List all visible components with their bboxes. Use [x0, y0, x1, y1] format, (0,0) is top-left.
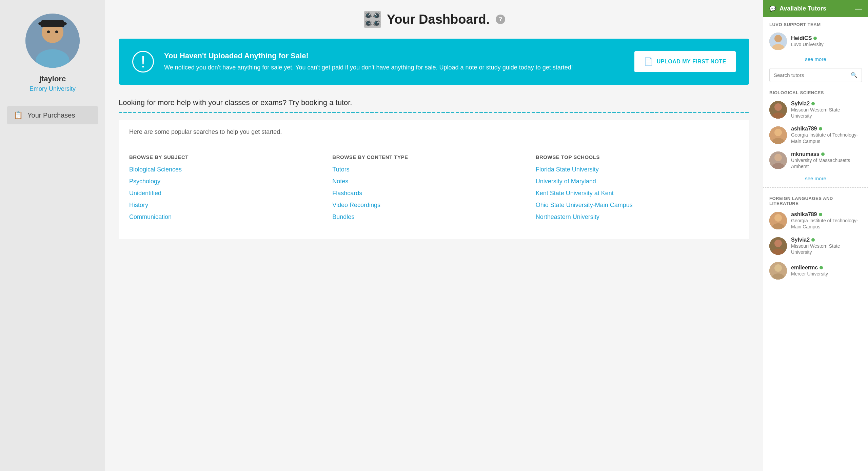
upload-button[interactable]: 📄 UPLOAD MY FIRST NOTE — [634, 51, 736, 72]
see-more-bio[interactable]: see more — [763, 173, 868, 184]
online-indicator — [813, 37, 817, 40]
chat-icon: 💬 — [769, 5, 776, 12]
svg-point-26 — [774, 264, 782, 272]
sidebar-item-purchases[interactable]: 📋 Your Purchases — [7, 106, 98, 124]
bio-section-title: BIOLOGICAL SCIENCES — [763, 85, 868, 97]
tutor-item[interactable]: Sylvia2 Missouri Western State Universit… — [763, 233, 868, 259]
browse-grid: BROWSE BY SUBJECT Biological Sciences Ps… — [119, 144, 749, 239]
tutor-item[interactable]: emileermc Mercer University — [763, 259, 868, 283]
tutor-info: HeidiCS Luvo University — [791, 35, 862, 47]
tutor-university: Missouri Western State University — [791, 243, 862, 255]
svg-point-14 — [774, 129, 782, 136]
svg-point-11 — [774, 103, 782, 111]
browse-link[interactable]: Communication — [129, 213, 332, 221]
tutor-avatar — [769, 126, 787, 144]
svg-point-6 — [55, 30, 58, 33]
tutor-university: University of Massachusetts Amherst — [791, 157, 862, 169]
online-indicator — [811, 238, 815, 242]
svg-point-17 — [774, 154, 782, 161]
search-input[interactable] — [770, 69, 847, 81]
tutor-avatar — [769, 33, 787, 50]
sidebar: jtaylorc Emory University 📋 Your Purchas… — [0, 0, 105, 471]
purchases-label: Your Purchases — [27, 111, 75, 119]
tutor-avatar — [769, 262, 787, 280]
banner-body: We noticed you don't have anything for s… — [164, 63, 624, 72]
tutors-panel-header: 💬 Available Tutors — — [763, 0, 868, 17]
support-section-title: LUVO SUPPORT TEAM — [763, 17, 868, 29]
tutor-info: Sylvia2 Missouri Western State Universit… — [791, 101, 862, 119]
browse-link[interactable]: History — [129, 202, 332, 209]
browse-link[interactable]: University of Maryland — [536, 178, 739, 185]
tutor-info: mknumass University of Massachusetts Amh… — [791, 151, 862, 169]
banner-text: You Haven't Uploaded Anything for Sale! … — [164, 52, 624, 72]
browse-link[interactable]: Biological Sciences — [129, 166, 332, 173]
tutor-name: HeidiCS — [791, 35, 812, 41]
minimize-button[interactable]: — — [855, 5, 862, 13]
tutor-avatar — [769, 237, 787, 255]
svg-rect-3 — [41, 20, 64, 27]
tutor-university: Georgia Institute of Technology-Main Cam… — [791, 218, 862, 230]
browse-link[interactable]: Unidentified — [129, 190, 332, 197]
tutor-university: Missouri Western State University — [791, 107, 862, 119]
tutors-panel: 💬 Available Tutors — LUVO SUPPORT TEAM H… — [763, 0, 868, 471]
browse-link[interactable]: Bundles — [332, 213, 535, 221]
page-title: Your Dashboard. — [387, 12, 490, 27]
tutor-name-row: ashika789 — [791, 211, 862, 218]
tutor-university: Mercer University — [791, 271, 862, 277]
tutor-name: mknumass — [791, 151, 820, 157]
purchases-icon: 📋 — [14, 111, 23, 120]
online-indicator — [821, 152, 825, 156]
tutor-item[interactable]: mknumass University of Massachusetts Amh… — [763, 148, 868, 173]
browse-link[interactable]: Video Recordings — [332, 202, 535, 209]
help-icon[interactable]: ? — [496, 15, 505, 24]
online-indicator — [819, 213, 822, 216]
browse-link[interactable]: Florida State University — [536, 166, 739, 173]
browse-by-content: BROWSE BY CONTENT TYPE Tutors Notes Flas… — [332, 154, 535, 225]
search-button[interactable]: 🔍 — [847, 68, 862, 82]
school-heading: BROWSE TOP SCHOOLS — [536, 154, 739, 160]
tutor-item[interactable]: ashika789 Georgia Institute of Technolog… — [763, 208, 868, 233]
online-indicator — [819, 127, 822, 130]
booking-section: Looking for more help with your classes … — [119, 98, 749, 113]
browse-by-subject: BROWSE BY SUBJECT Biological Sciences Ps… — [129, 154, 332, 225]
tutor-name: Sylvia2 — [791, 237, 810, 243]
browse-link[interactable]: Ohio State University-Main Campus — [536, 202, 739, 209]
svg-point-20 — [774, 214, 782, 222]
avatar — [25, 14, 80, 68]
tutor-item[interactable]: HeidiCS Luvo University — [763, 29, 868, 54]
subject-heading: BROWSE BY SUBJECT — [129, 154, 332, 160]
tutor-item[interactable]: ashika789 Georgia Institute of Technolog… — [763, 122, 868, 147]
browse-link[interactable]: Flashcards — [332, 190, 535, 197]
content-heading: BROWSE BY CONTENT TYPE — [332, 154, 535, 160]
tutor-avatar — [769, 151, 787, 169]
online-indicator — [820, 266, 823, 269]
tutor-item[interactable]: Sylvia2 Missouri Western State Universit… — [763, 97, 868, 122]
browse-link[interactable]: Northeastern University — [536, 213, 739, 221]
tutor-university: Luvo University — [791, 41, 862, 47]
upload-button-label: UPLOAD MY FIRST NOTE — [657, 59, 726, 65]
tutor-name: ashika789 — [791, 126, 817, 132]
foreign-section-title: FOREIGN LANGUAGES AND LITERATURE — [763, 191, 868, 208]
tutors-title: Available Tutors — [780, 5, 826, 12]
tutor-info: emileermc Mercer University — [791, 265, 862, 277]
see-more-support[interactable]: see more — [763, 54, 868, 65]
popular-searches: Here are some popular searches to help y… — [119, 120, 749, 144]
tutor-name-row: mknumass — [791, 151, 862, 157]
browse-link[interactable]: Psychology — [129, 178, 332, 185]
university-link[interactable]: Emory University — [29, 85, 76, 93]
tutor-avatar — [769, 212, 787, 229]
svg-point-23 — [774, 240, 782, 247]
booking-divider — [119, 112, 749, 113]
tutor-name-row: Sylvia2 — [791, 237, 862, 243]
upload-banner: ! You Haven't Uploaded Anything for Sale… — [119, 39, 749, 85]
booking-prompt: Looking for more help with your classes … — [119, 98, 749, 107]
tutor-university: Georgia Institute of Technology-Main Cam… — [791, 132, 862, 144]
browse-link[interactable]: Kent State University at Kent — [536, 190, 739, 197]
search-box: 🔍 — [769, 68, 862, 82]
tutor-name-row: Sylvia2 — [791, 101, 862, 107]
browse-by-school: BROWSE TOP SCHOOLS Florida State Univers… — [536, 154, 739, 225]
upload-icon: 📄 — [644, 57, 653, 66]
browse-link[interactable]: Notes — [332, 178, 535, 185]
browse-link[interactable]: Tutors — [332, 166, 535, 173]
tutor-name: Sylvia2 — [791, 101, 810, 107]
